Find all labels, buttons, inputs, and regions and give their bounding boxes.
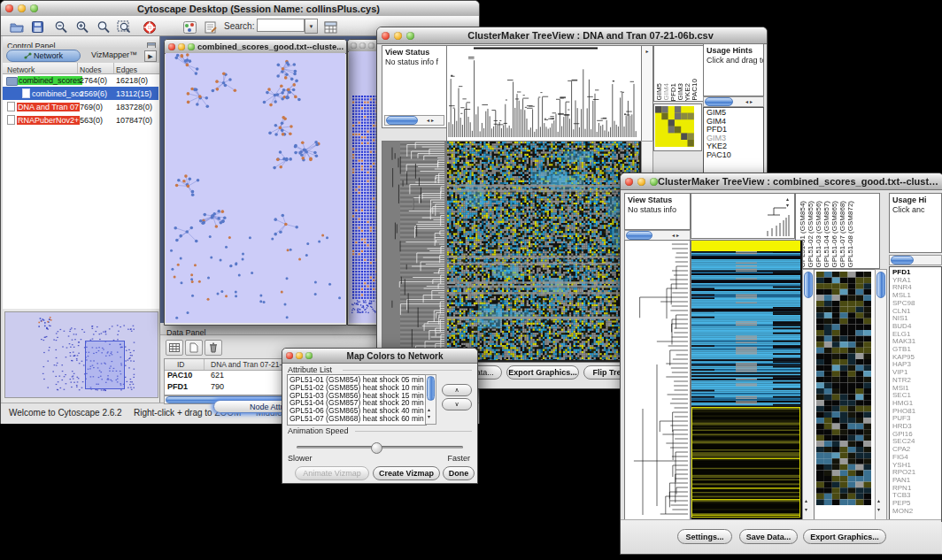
- scroll-up-icon[interactable]: ▴: [805, 498, 807, 503]
- minimize-icon[interactable]: [178, 43, 185, 50]
- window-a-title-bar[interactable]: combined_scores_good.txt--cluste...: [165, 40, 346, 54]
- scroll-right-icon[interactable]: ▸: [431, 118, 434, 123]
- attribute-item[interactable]: GPL51-06 (GSM865) heat shock 40 min: [288, 407, 426, 415]
- close-icon[interactable]: [625, 178, 633, 186]
- close-icon[interactable]: [286, 352, 293, 359]
- column-label[interactable]: GPL51-03 (GSM856): [815, 201, 822, 268]
- settings-button[interactable]: Settings...: [677, 529, 732, 544]
- scrollbar-thumb[interactable]: [891, 256, 914, 265]
- vizmapper-icon[interactable]: [181, 19, 198, 35]
- tab-network[interactable]: Network: [6, 50, 81, 62]
- zoom-selected-icon[interactable]: [95, 19, 112, 35]
- tab-vizmapper[interactable]: VizMapper™: [84, 50, 144, 60]
- treeview1-title-bar[interactable]: ClusterMaker TreeView : DNA and Tran 07-…: [377, 27, 767, 44]
- delete-attribute-icon[interactable]: [205, 340, 222, 356]
- move-down-button[interactable]: ∨: [442, 398, 472, 410]
- done-button[interactable]: Done: [443, 466, 475, 480]
- attr-col-id[interactable]: ID: [177, 360, 185, 369]
- attr-col-name[interactable]: DNA and Tran 07-21-06: [211, 360, 290, 369]
- close-icon[interactable]: [351, 42, 357, 49]
- network-overview-thumbnail[interactable]: [4, 311, 158, 398]
- close-icon[interactable]: [5, 4, 13, 12]
- treeview1-column-labels[interactable]: GIM5GIM4PFD1GIM3YKE2PAC10: [653, 45, 704, 102]
- zoom-window-icon[interactable]: [650, 178, 658, 186]
- close-icon[interactable]: [168, 43, 175, 50]
- scroll-down-icon[interactable]: ▾: [805, 507, 807, 512]
- tabs-overflow-icon[interactable]: ▶: [144, 50, 157, 62]
- treeview2-column-dendrogram[interactable]: [691, 193, 795, 239]
- scroll-left-icon[interactable]: ◂: [745, 99, 748, 104]
- network-row-dna-tran[interactable]: DNA and Tran 07 769(0) 183728(0): [3, 100, 158, 113]
- treeview2-zoom-vscrollbar[interactable]: ▴ ▾: [875, 269, 887, 520]
- treeview1-row-dendrogram[interactable]: [382, 141, 446, 363]
- zoom-out-icon[interactable]: [52, 19, 70, 35]
- treeview2-gene-list[interactable]: PFD1YRA1RNR4MSL1SPC98CLN1NIS1BUD4ELG1MAK…: [889, 266, 942, 522]
- view-status-hscrollbar[interactable]: ◂ ▸: [384, 115, 444, 126]
- scroll-right-icon[interactable]: ▸: [750, 99, 753, 104]
- scroll-down-icon[interactable]: ▾: [428, 414, 430, 419]
- scrollbar-thumb[interactable]: [386, 116, 418, 125]
- usage-hints-hscrollbar[interactable]: [889, 255, 942, 265]
- treeview2-heatmap[interactable]: [691, 240, 803, 520]
- column-label[interactable]: GPL51-08 (GSM872): [847, 201, 854, 268]
- zoom-fit-icon[interactable]: [115, 19, 133, 35]
- move-up-button[interactable]: ∧: [442, 384, 472, 396]
- attribute-list-vscrollbar[interactable]: ▴ ▾: [425, 374, 436, 425]
- column-label[interactable]: PAC10: [691, 79, 699, 101]
- attribute-item[interactable]: GPL51-02 (GSM855) heat shock 10 min: [288, 384, 426, 392]
- attribute-item[interactable]: GPL51-01 (GSM854) heat shock 05 min: [288, 376, 426, 384]
- grid-view-icon[interactable]: [166, 340, 183, 356]
- zoom-window-icon[interactable]: [30, 4, 38, 12]
- column-label[interactable]: GPL51-06 (GSM865): [831, 201, 838, 268]
- scrollbar-thumb[interactable]: [876, 272, 885, 298]
- scroll-left-icon[interactable]: ◂: [672, 233, 675, 238]
- scroll-left-icon[interactable]: ◂: [427, 118, 429, 123]
- close-icon[interactable]: [382, 32, 390, 40]
- save-icon[interactable]: [28, 19, 46, 35]
- zoom-in-icon[interactable]: [73, 19, 91, 35]
- open-file-icon[interactable]: [8, 19, 26, 35]
- attribute-item[interactable]: GPL51-03 (GSM856) heat shock 15 min: [288, 392, 426, 400]
- scroll-down-icon[interactable]: ▾: [786, 203, 789, 208]
- animate-vizmap-button[interactable]: Animate Vizmap: [295, 466, 369, 480]
- save-data-button[interactable]: Save Data...: [739, 529, 798, 544]
- annotation-icon[interactable]: [202, 19, 220, 35]
- scrollbar-thumb[interactable]: [626, 231, 652, 240]
- dialog-title-bar[interactable]: Map Colors to Network: [282, 349, 477, 364]
- gene-label[interactable]: PAC10: [704, 151, 763, 160]
- scroll-up-icon[interactable]: ▴: [877, 498, 880, 503]
- network-view-a[interactable]: [166, 53, 345, 323]
- network-row-combined-sco-selected[interactable]: combined_sco 2569(6) 13112(15): [3, 87, 158, 100]
- slider-thumb[interactable]: [371, 442, 382, 454]
- scroll-down-icon[interactable]: ▾: [877, 507, 880, 512]
- treeview1-zoom-view[interactable]: [653, 104, 702, 151]
- scrollbar-thumb[interactable]: [427, 376, 435, 401]
- minimize-icon[interactable]: [296, 352, 303, 359]
- column-label[interactable]: GPL51-02 (GSM855): [807, 201, 815, 268]
- scrollbar-thumb[interactable]: [705, 97, 733, 106]
- treeview1-splitter-strip[interactable]: ▸: [641, 45, 653, 142]
- new-attribute-icon[interactable]: [185, 340, 203, 356]
- minimize-icon[interactable]: [359, 42, 366, 49]
- zoom-window-icon[interactable]: [406, 32, 414, 40]
- treeview2-zoom-view[interactable]: [814, 269, 876, 520]
- attribute-browser-icon[interactable]: [321, 19, 339, 35]
- network-row-combined-scores[interactable]: combined_scores 2764(0) 16218(0): [3, 73, 158, 87]
- treeview2-heatmap-vscrollbar[interactable]: ▴ ▾: [802, 269, 815, 520]
- gene-label[interactable]: MON2: [890, 508, 941, 516]
- column-label[interactable]: GPL51-07 (GSM868): [839, 201, 846, 268]
- treeview2-column-labels[interactable]: GPL51-01 (GSM854)GPL51-02 (GSM855)GPL51-…: [795, 193, 880, 269]
- search-input[interactable]: [257, 19, 305, 32]
- export-graphics-button[interactable]: Export Graphics...: [803, 529, 886, 544]
- attribute-item[interactable]: GPL51-07 (GSM868) heat shock 60 min: [288, 415, 426, 423]
- scroll-up-icon[interactable]: ▴: [428, 407, 430, 412]
- attribute-list[interactable]: GPL51-01 (GSM854) heat shock 05 minGPL51…: [287, 374, 427, 426]
- network-row-rnapuber[interactable]: RNAPuberNov2+ 563(0) 107847(0): [3, 113, 158, 127]
- minimize-icon[interactable]: [18, 4, 26, 12]
- minimize-icon[interactable]: [637, 178, 645, 186]
- usage-hints-hscrollbar[interactable]: ◂ ▸: [703, 96, 764, 107]
- help-lifebuoy-icon[interactable]: [141, 19, 158, 35]
- search-dropdown-icon[interactable]: ▼: [305, 19, 318, 34]
- zoom-window-icon[interactable]: [188, 43, 195, 50]
- treeview1-column-dendrogram[interactable]: [446, 45, 642, 142]
